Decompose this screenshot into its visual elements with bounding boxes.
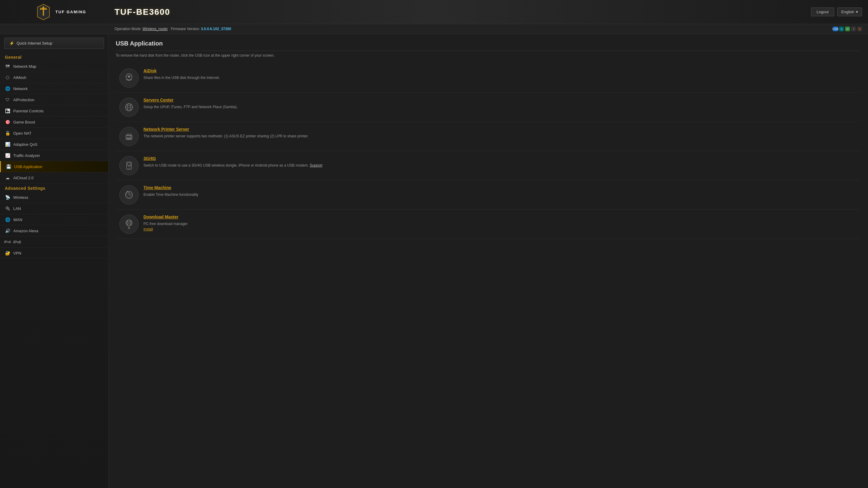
aiprotection-icon: 🛡 [5, 97, 10, 102]
open-nat-icon: 🔓 [5, 130, 10, 136]
sidebar-item-aiprotection[interactable]: 🛡 AiProtection [0, 94, 108, 105]
quick-setup-button[interactable]: ⚡ Quick Internet Setup [4, 38, 104, 49]
3g4g-desc: Switch to USB mode to use a 3G/4G USB wi… [144, 163, 857, 168]
sidebar-item-traffic-analyzer[interactable]: 📈 Traffic Analyzer [0, 150, 108, 161]
sidebar-item-label: Wireless [13, 195, 28, 200]
status-icon-info[interactable]: i [851, 27, 856, 31]
language-dropdown-icon: ▾ [856, 10, 858, 14]
aicloud-icon: ☁ [5, 175, 10, 181]
sidebar-item-aicloud[interactable]: ☁ AiCloud 2.0 [0, 172, 108, 184]
aimesh-icon: ⬡ [5, 75, 10, 80]
header: TUF GAMING TUF-BE3600 Logout English ▾ [0, 0, 868, 24]
status-icon-gear[interactable]: ⚙ [839, 27, 844, 31]
operation-mode-label: Operation Mode: [115, 27, 141, 31]
vpn-icon: 🔐 [5, 250, 10, 256]
app-card-servers-center: Servers Center Setup the UPnP, iTunes, F… [116, 93, 861, 122]
printer-svg-icon [124, 131, 134, 142]
header-right: Logout English ▾ [811, 7, 862, 16]
sidebar-item-parental-controls[interactable]: 👨‍👧 Parental Controls [0, 105, 108, 117]
servers-center-desc: Setup the UPnP, iTunes, FTP and Network … [144, 104, 857, 110]
sidebar-item-open-nat[interactable]: 🔓 Open NAT [0, 128, 108, 139]
sidebar-item-adaptive-qos[interactable]: 📊 Adaptive QoS [0, 139, 108, 150]
sidebar-item-lan[interactable]: 🔌 LAN [0, 203, 108, 214]
aidisk-desc: Share files in the USB disk through the … [144, 75, 857, 80]
firmware-label: Firmware Version: [171, 27, 200, 31]
main-layout: ⚡ Quick Internet Setup General 🗺 Network… [0, 34, 868, 488]
wireless-icon: 📡 [5, 195, 10, 200]
aidisk-svg-icon [124, 73, 134, 84]
language-button[interactable]: English ▾ [837, 7, 862, 16]
lan-icon: 🔌 [5, 206, 10, 211]
sidebar: ⚡ Quick Internet Setup General 🗺 Network… [0, 34, 108, 488]
time-machine-icon-circle [119, 185, 138, 204]
network-icon: 🌐 [5, 86, 10, 91]
servers-center-name[interactable]: Servers Center [144, 98, 857, 102]
app-card-aidisk: AiDisk Share files in the USB disk throu… [116, 64, 861, 93]
sidebar-item-label: Game Boost [13, 120, 35, 124]
status-icons: USB ⚙ Wi i ⚙ [833, 27, 862, 31]
quick-setup-icon: ⚡ [9, 41, 14, 45]
sidebar-item-usb-application[interactable]: 💾 USB Application [0, 161, 108, 172]
svg-point-5 [128, 76, 130, 78]
amazon-alexa-icon: 🔊 [5, 228, 10, 233]
game-boost-icon: 🎯 [5, 119, 10, 125]
sidebar-item-game-boost[interactable]: 🎯 Game Boost [0, 117, 108, 128]
status-icon-usb[interactable]: USB [833, 27, 838, 31]
sidebar-item-vpn[interactable]: 🔐 VPN [0, 248, 108, 259]
sidebar-item-label: Adaptive QoS [13, 142, 37, 147]
page-description: To remove the hard disk from the router,… [116, 53, 861, 58]
traffic-analyzer-icon: 📈 [5, 153, 10, 158]
printer-icon-circle [119, 127, 138, 146]
logo-text: TUF GAMING [56, 10, 86, 14]
sidebar-item-wan[interactable]: 🌐 WAN [0, 214, 108, 225]
install-link[interactable]: Install [144, 227, 153, 231]
sidebar-item-amazon-alexa[interactable]: 🔊 Amazon Alexa [0, 225, 108, 236]
aidisk-name[interactable]: AiDisk [144, 68, 857, 73]
3g4g-name[interactable]: 3G/4G [144, 156, 857, 161]
status-icon-wifi[interactable]: Wi [845, 27, 850, 31]
content-area: USB Application To remove the hard disk … [108, 34, 868, 488]
router-title: TUF-BE3600 [115, 7, 170, 17]
time-machine-name[interactable]: Time Machine [144, 185, 857, 190]
3g4g-support-link[interactable]: Support [310, 163, 322, 167]
download-master-icon-circle [119, 215, 138, 234]
usb-application-icon: 💾 [6, 164, 11, 169]
logout-button[interactable]: Logout [811, 7, 835, 16]
time-machine-info: Time Machine Enable Time Machine functio… [144, 185, 857, 197]
status-icon-settings[interactable]: ⚙ [857, 27, 862, 31]
svg-rect-10 [127, 134, 131, 136]
sidebar-item-label: USB Application [14, 164, 42, 169]
sidebar-item-network[interactable]: 🌐 Network [0, 83, 108, 94]
sidebar-item-aimesh[interactable]: ⬡ AiMesh [0, 72, 108, 83]
sidebar-item-label: Amazon Alexa [13, 229, 38, 233]
download-master-name[interactable]: Download Master [144, 215, 857, 219]
app-card-time-machine: Time Machine Enable Time Machine functio… [116, 181, 861, 210]
svg-text:4G: 4G [128, 165, 131, 167]
sidebar-item-wireless[interactable]: 📡 Wireless [0, 192, 108, 203]
parental-controls-icon: 👨‍👧 [5, 108, 10, 113]
app-card-network-printer-server: Network Printer Server The network print… [116, 122, 861, 151]
sidebar-item-label: AiCloud 2.0 [13, 175, 33, 180]
servers-center-info: Servers Center Setup the UPnP, iTunes, F… [144, 98, 857, 110]
sidebar-item-network-map[interactable]: 🗺 Network Map [0, 61, 108, 72]
app-wrapper: TUF GAMING TUF-BE3600 Logout English ▾ O… [0, 0, 868, 488]
app-card-download-master: Download Master PC-free download manager… [116, 210, 861, 239]
quick-setup-label: Quick Internet Setup [17, 41, 53, 45]
header-center: TUF-BE3600 [115, 7, 811, 17]
sidebar-item-ipv6[interactable]: IPv6 IPv6 [0, 236, 108, 248]
page-title: USB Application [116, 40, 861, 51]
aidisk-info: AiDisk Share files in the USB disk throu… [144, 68, 857, 80]
adaptive-qos-icon: 📊 [5, 141, 10, 147]
svg-marker-28 [128, 228, 130, 229]
wan-icon: 🌐 [5, 217, 10, 222]
3g4g-icon-circle: 4G [119, 156, 138, 175]
3g4g-svg-icon: 4G [124, 160, 134, 171]
sidebar-item-label: Network Map [13, 64, 36, 69]
sidebar-item-label: AiMesh [13, 75, 26, 80]
aidisk-icon-circle [119, 68, 138, 88]
download-master-svg-icon [124, 219, 134, 230]
sidebar-item-label: IPv6 [13, 240, 21, 244]
printer-desc: The network printer server supports two … [144, 133, 857, 139]
network-printer-server-name[interactable]: Network Printer Server [144, 127, 857, 132]
sidebar-item-label: WAN [13, 218, 22, 222]
